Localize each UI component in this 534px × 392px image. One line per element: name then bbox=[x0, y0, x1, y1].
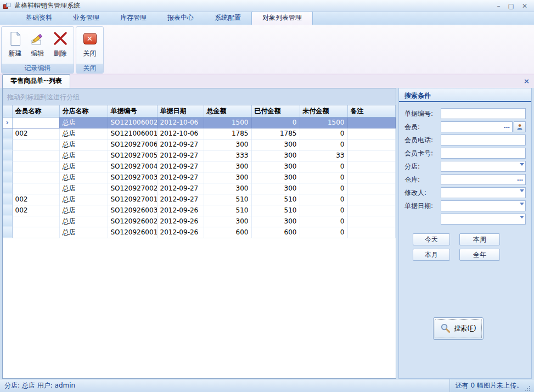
chevron-down-icon[interactable] bbox=[520, 163, 524, 166]
menu-tab-对象列表管理[interactable]: 对象列表管理 bbox=[251, 11, 313, 25]
cell-paid: 510 bbox=[251, 205, 300, 216]
cell-unpaid: 33 bbox=[300, 150, 347, 161]
quick-button-今天[interactable]: 今天 bbox=[413, 233, 450, 245]
minimize-button[interactable]: – bbox=[497, 2, 501, 10]
cell-order: SO120926001 bbox=[108, 227, 157, 238]
chevron-down-icon[interactable] bbox=[520, 203, 524, 205]
row-indicator-cell bbox=[3, 183, 12, 194]
row-indicator-cell bbox=[3, 205, 12, 216]
column-header-已付金额[interactable]: 已付金额 bbox=[251, 105, 300, 117]
ribbon-button-关闭[interactable]: ✕关闭 bbox=[78, 28, 101, 64]
cell-order: SO120927003 bbox=[108, 172, 157, 183]
cell-order: SO120926003 bbox=[108, 205, 157, 216]
ribbon-group-关闭: ✕关闭关闭 bbox=[76, 26, 104, 74]
cell-paid: 300 bbox=[251, 172, 300, 183]
menu-tab-报表中心[interactable]: 报表中心 bbox=[157, 12, 204, 25]
cell-date: 2012-09-27 bbox=[157, 139, 204, 150]
quick-button-本周[interactable]: 本周 bbox=[459, 233, 500, 245]
search-field-row: 会员:… bbox=[404, 120, 526, 133]
cell-unpaid: 1500 bbox=[300, 117, 347, 128]
ribbon-button-label: 删除 bbox=[54, 49, 67, 58]
table-row[interactable]: 总店SO1209270052012-09-2733330033 bbox=[3, 150, 396, 161]
ellipsis-button[interactable]: … bbox=[517, 175, 524, 182]
search-field-label: 单据编号: bbox=[404, 109, 441, 119]
cell-store: 总店 bbox=[59, 172, 108, 183]
column-header-未付金额[interactable]: 未付金额 bbox=[300, 105, 347, 117]
cell-date: 2012-09-27 bbox=[157, 194, 204, 205]
status-upload-info: 还有 0 幅图片未上传。 bbox=[449, 379, 534, 392]
group-by-bar[interactable]: 拖动列标题到这进行分组 bbox=[3, 88, 396, 105]
close-button[interactable]: ✕ bbox=[522, 2, 527, 10]
table-row[interactable]: 002总店SO1209270012012-09-275105100 bbox=[3, 194, 396, 205]
cell-total: 1785 bbox=[204, 128, 251, 139]
cell-paid: 1785 bbox=[251, 128, 300, 139]
search-input-单据编号[interactable] bbox=[441, 108, 526, 119]
search-input-会员卡号[interactable] bbox=[441, 148, 526, 159]
search-input-会员[interactable] bbox=[441, 121, 513, 132]
maximize-button[interactable]: ▢ bbox=[508, 2, 514, 10]
ribbon-button-编辑[interactable]: 编辑 bbox=[26, 28, 49, 64]
ribbon-button-新建[interactable]: 新建 bbox=[4, 28, 26, 64]
column-header-备注[interactable]: 备注 bbox=[347, 105, 396, 117]
menu-tab-业务管理[interactable]: 业务管理 bbox=[63, 12, 110, 25]
cell-date: 2012-10-06 bbox=[157, 117, 204, 128]
search-input-单据日期[interactable] bbox=[441, 200, 526, 211]
cell-store: 总店 bbox=[59, 227, 108, 238]
quick-button-本月[interactable]: 本月 bbox=[413, 249, 450, 261]
search-input-分店[interactable] bbox=[441, 161, 526, 172]
table-row[interactable]: 002总店SO1210060012012-10-06178517850 bbox=[3, 128, 396, 139]
cell-order: SO120927005 bbox=[108, 150, 157, 161]
search-button[interactable]: 搜索(F) bbox=[433, 317, 484, 340]
column-header-单据日期[interactable]: 单据日期 bbox=[157, 105, 204, 117]
cell-store: 总店 bbox=[59, 205, 108, 216]
row-indicator-cell bbox=[3, 150, 12, 161]
search-field-row: 单据编号: bbox=[404, 107, 526, 120]
magnifier-icon bbox=[440, 323, 451, 335]
table-row[interactable]: 总店SO1209260012012-09-266006000 bbox=[3, 227, 396, 238]
tab-close-icon[interactable]: × bbox=[524, 77, 530, 85]
ellipsis-button[interactable]: … bbox=[504, 122, 510, 130]
chevron-down-icon[interactable] bbox=[520, 189, 524, 192]
cell-member bbox=[12, 139, 59, 150]
table-row[interactable]: 总店SO1209270022012-09-273003000 bbox=[3, 183, 396, 194]
cell-total: 600 bbox=[204, 227, 251, 238]
cell-member bbox=[12, 150, 59, 161]
table-row[interactable]: 总店SO1209270032012-09-273003000 bbox=[3, 172, 396, 183]
table-row[interactable]: 002总店SO1209260032012-09-265105100 bbox=[3, 205, 396, 216]
ribbon-button-label: 编辑 bbox=[31, 49, 44, 58]
quick-button-全年[interactable]: 全年 bbox=[459, 249, 500, 261]
cell-unpaid: 0 bbox=[300, 139, 347, 150]
cell-total: 300 bbox=[204, 161, 251, 172]
search-input-会员电话[interactable] bbox=[441, 135, 526, 145]
row-indicator-cell bbox=[3, 161, 12, 172]
ribbon-button-删除[interactable]: 删除 bbox=[49, 28, 71, 64]
menu-tab-库存管理[interactable]: 库存管理 bbox=[110, 12, 157, 25]
resize-grip-icon[interactable] bbox=[525, 385, 531, 391]
menu-tab-基础资料[interactable]: 基础资料 bbox=[15, 12, 63, 25]
column-header-分店名称[interactable]: 分店名称 bbox=[59, 105, 108, 117]
cell-order: SO121006002 bbox=[108, 117, 157, 128]
cell-note bbox=[347, 183, 396, 194]
column-header-单据编号[interactable]: 单据编号 bbox=[108, 105, 157, 117]
cell-date: 2012-10-06 bbox=[157, 128, 204, 139]
search-input-仓库[interactable] bbox=[441, 174, 526, 185]
tab-retail-order-list[interactable]: 零售商品单--列表 bbox=[2, 74, 70, 88]
chevron-down-icon[interactable] bbox=[520, 216, 524, 219]
table-row[interactable]: ›总店SO1210060022012-10-06150001500 bbox=[3, 117, 396, 128]
search-panel: 搜索条件 单据编号:会员:…会员电话:会员卡号:分店:仓库:…修改人:单据日期:… bbox=[398, 88, 532, 379]
column-header-会员名称[interactable]: 会员名称 bbox=[12, 105, 59, 117]
search-input-修改人[interactable] bbox=[441, 187, 526, 198]
column-header-总金额[interactable]: 总金额 bbox=[204, 105, 251, 117]
table-row[interactable]: 总店SO1209260022012-09-263003000 bbox=[3, 216, 396, 227]
app-window: 蓝格鞋帽销售管理系统 – ▢ ✕ 基础资料业务管理库存管理报表中心系统配置对象列… bbox=[0, 0, 534, 392]
member-picker-button[interactable] bbox=[514, 121, 526, 132]
cell-store: 总店 bbox=[59, 139, 108, 150]
table-row[interactable]: 总店SO1209270042012-09-273003000 bbox=[3, 161, 396, 172]
cell-total: 300 bbox=[204, 216, 251, 227]
cell-order: SO120927001 bbox=[108, 194, 157, 205]
table-row[interactable]: 总店SO1209270062012-09-273003000 bbox=[3, 139, 396, 150]
status-bar: 分店: 总店 用户: admin 还有 0 幅图片未上传。 bbox=[0, 379, 534, 392]
search-input-date2[interactable] bbox=[441, 214, 526, 225]
cell-note bbox=[347, 117, 396, 128]
menu-tab-系统配置[interactable]: 系统配置 bbox=[204, 12, 251, 25]
